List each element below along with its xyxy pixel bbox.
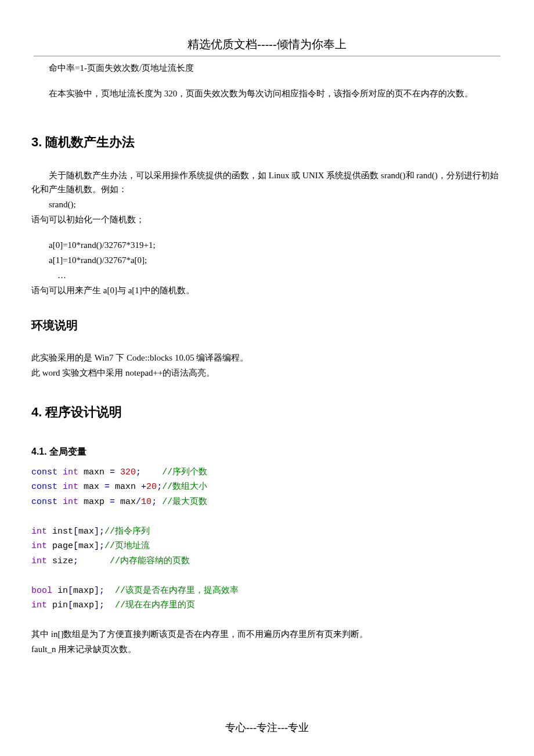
identifier: page (47, 541, 73, 551)
type-int: int (31, 556, 47, 566)
semicolon: ; (99, 600, 104, 610)
identifier: max (115, 497, 136, 507)
semicolon: ; (99, 527, 104, 537)
type-int: int (31, 541, 47, 551)
bracket: ] (94, 586, 99, 596)
comment: //页地址流 (104, 541, 150, 551)
page-header: 精选优质文档-----倾情为你奉上 (31, 35, 503, 53)
identifier: max (78, 527, 94, 537)
identifier: max (78, 541, 94, 551)
identifier: size (47, 556, 73, 566)
identifier: maxp (78, 497, 110, 507)
ellipsis: … (31, 268, 503, 282)
paragraph: 语句可以初始化一个随机数； (31, 213, 503, 226)
comment: //最大页数 (162, 497, 207, 507)
keyword-const: const (31, 482, 57, 492)
padding (157, 497, 162, 507)
type-int: int (31, 600, 47, 610)
paragraph: 此实验采用的是 Win7 下 Code::blocks 10.05 编译器编程。 (31, 351, 503, 365)
bracket: [ (68, 586, 73, 596)
bracket: ] (94, 600, 99, 610)
padding (141, 467, 162, 477)
comment: //现在在内存里的页 (115, 600, 195, 610)
space (115, 467, 120, 477)
page-footer: 专心---专注---专业 (0, 719, 534, 736)
paragraph: 其中 in[]数组是为了方便直接判断该页是否在内存里，而不用遍历内存里所有页来判… (31, 627, 503, 641)
keyword-const: const (31, 467, 57, 477)
semicolon: ; (99, 586, 104, 596)
semicolon: ; (151, 497, 157, 507)
code-line-srand: srand(); (31, 197, 503, 211)
code-line: a[1]=10*rand()/32767*a[0]; (31, 253, 503, 267)
type-int: int (63, 482, 78, 492)
paragraph: 语句可以用来产生 a[0]与 a[1]中的随机数。 (31, 283, 503, 297)
comment: //序列个数 (162, 467, 207, 477)
number: 20 (146, 482, 157, 492)
keyword-const: const (31, 497, 57, 507)
bracket: [ (73, 541, 78, 551)
paragraph: 关于随机数产生办法，可以采用操作系统提供的函数，如 Linux 或 UNIX 系… (31, 168, 503, 196)
type-bool: bool (31, 586, 52, 596)
bracket: ] (94, 527, 99, 537)
heading-global-vars: 4.1. 全局变量 (31, 444, 503, 459)
type-int: int (63, 497, 78, 507)
heading-program-design: 4. 程序设计说明 (31, 402, 503, 422)
operator: = (104, 482, 110, 492)
bracket: ] (94, 541, 99, 551)
heading-random-number: 3. 随机数产生办法 (31, 132, 503, 152)
comment: //内存能容纳的页数 (110, 556, 190, 566)
identifier: maxn (110, 482, 141, 492)
identifier: maxp (73, 586, 94, 596)
comment: //该页是否在内存里，提高效率 (115, 586, 239, 596)
identifier: inst (47, 527, 73, 537)
semicolon: ; (157, 482, 162, 492)
semicolon: ; (136, 467, 141, 477)
semicolon: ; (99, 541, 104, 551)
paragraph: 此 word 实验文档中采用 notepad++的语法高亮。 (31, 366, 503, 380)
comment: //数组大小 (162, 482, 207, 492)
number: 10 (141, 497, 151, 507)
semicolon: ; (73, 556, 78, 566)
heading-environment: 环境说明 (31, 316, 503, 334)
paragraph: 命中率=1-页面失效次数/页地址流长度 (31, 61, 503, 75)
number: 320 (120, 467, 136, 477)
paragraph: 在本实验中，页地址流长度为 320，页面失效次数为每次访问相应指令时，该指令所对… (31, 87, 503, 100)
bracket: [ (68, 600, 73, 610)
padding (104, 600, 115, 610)
padding (78, 556, 110, 566)
code-line: a[0]=10*rand()/32767*319+1; (31, 238, 503, 252)
bracket: [ (73, 527, 78, 537)
type-int: int (31, 527, 47, 537)
header-divider (34, 56, 500, 56)
identifier: maxp (73, 600, 94, 610)
paragraph: fault_n 用来记录缺页次数。 (31, 642, 503, 656)
type-int: int (63, 467, 78, 477)
identifier: max (78, 482, 104, 492)
identifier: maxn (78, 467, 110, 477)
identifier: pin (47, 600, 68, 610)
operator: / (136, 497, 141, 507)
code-block-globals: const int maxn = 320; //序列个数 const int m… (31, 465, 503, 613)
operator: + (141, 482, 146, 492)
identifier: in (52, 586, 68, 596)
comment: //指令序列 (104, 527, 150, 537)
operator: = (110, 497, 115, 507)
operator: = (110, 467, 115, 477)
padding (104, 586, 115, 596)
